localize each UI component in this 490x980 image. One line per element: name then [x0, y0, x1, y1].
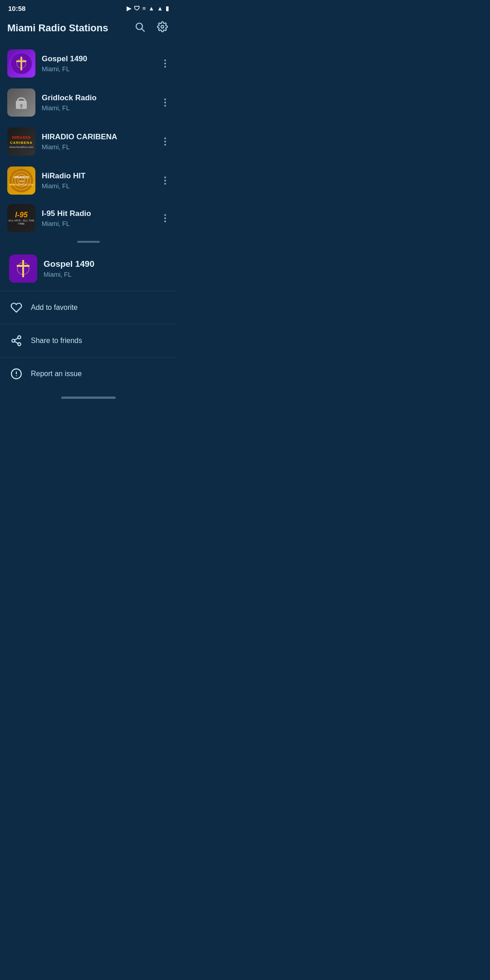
sheet-station-logo: [9, 255, 37, 283]
header: Miami Radio Stations: [0, 15, 177, 44]
add-to-favorite-label: Add to favorite: [31, 304, 78, 312]
drag-handle: [77, 241, 100, 243]
station-name: Gospel 1490: [42, 54, 161, 64]
sheet-station-location: Miami, FL: [44, 271, 94, 278]
station-name: I-95 Hit Radio: [42, 209, 161, 218]
station-logo-gospel-1490: [7, 49, 35, 78]
divider-3: [0, 357, 177, 358]
alert-icon: [10, 368, 23, 380]
adblock-icon: 🛡: [134, 5, 140, 12]
station-item-i95-hit-radio[interactable]: I-95 ALL HITS · ALL THE TIME I-95 Hit Ra…: [0, 200, 177, 236]
bottom-home-indicator: [61, 397, 116, 399]
station-name: Gridlock Radio: [42, 93, 161, 103]
share-to-friends-label: Share to friends: [31, 337, 82, 345]
bottom-nav: [0, 393, 177, 403]
svg-point-2: [161, 25, 164, 28]
sheet-station-name: Gospel 1490: [44, 259, 94, 269]
settings-button[interactable]: [155, 20, 170, 37]
status-bar: 10:58 ▶ 🛡 ≡ ▲ ▲ ▮: [0, 0, 177, 15]
notification-icon: ≡: [142, 5, 146, 12]
signal-icon: ▲: [157, 5, 163, 12]
station-logo-hiradio-caribena: HIRADIO CARIBENA www.hiradios.com: [7, 127, 35, 156]
more-options-hiradio-hit[interactable]: [161, 173, 170, 188]
drag-handle-area: [0, 236, 177, 245]
status-time: 10:58: [8, 5, 25, 12]
share-to-friends-action[interactable]: Share to friends: [0, 326, 177, 355]
sheet-station-details: Gospel 1490 Miami, FL: [44, 259, 94, 278]
more-options-gridlock-radio[interactable]: [161, 95, 170, 110]
station-logo-hiradio-hit: HIRADIOS .com WWW.HIRADIOS.COM: [7, 167, 35, 195]
svg-text:.com: .com: [19, 180, 24, 182]
svg-line-25: [15, 342, 18, 343]
station-info-gospel-1490: Gospel 1490 Miami, FL: [42, 54, 161, 73]
station-list: Gospel 1490 Miami, FL Gridlock Radio Mia…: [0, 44, 177, 236]
sheet-station-info: Gospel 1490 Miami, FL: [0, 248, 177, 289]
station-location: Miami, FL: [42, 220, 161, 227]
battery-icon: ▮: [166, 5, 169, 12]
station-item-gospel-1490[interactable]: Gospel 1490 Miami, FL: [0, 44, 177, 83]
search-button[interactable]: [132, 20, 147, 37]
station-name: HiRadio HIT: [42, 172, 161, 181]
report-an-issue-action[interactable]: Report an issue: [0, 359, 177, 388]
station-info-hiradio-hit: HiRadio HIT Miami, FL: [42, 172, 161, 190]
station-location: Miami, FL: [42, 182, 161, 190]
wifi-icon: ▲: [148, 5, 154, 12]
page-title: Miami Radio Stations: [7, 22, 108, 34]
svg-text:HIRADIOS: HIRADIOS: [13, 176, 29, 179]
station-logo-i95-hit-radio: I-95 ALL HITS · ALL THE TIME: [7, 204, 35, 232]
station-item-hiradio-caribena[interactable]: HIRADIO CARIBENA www.hiradios.com HIRADI…: [0, 122, 177, 161]
station-info-gridlock-radio: Gridlock Radio Miami, FL: [42, 93, 161, 112]
svg-rect-10: [20, 106, 22, 108]
status-icons: ▶ 🛡 ≡ ▲ ▲ ▮: [127, 5, 169, 12]
station-item-hiradio-hit[interactable]: HIRADIOS .com WWW.HIRADIOS.COM HiRadio H…: [0, 161, 177, 200]
station-item-gridlock-radio[interactable]: Gridlock Radio Miami, FL: [0, 83, 177, 122]
svg-line-26: [15, 338, 18, 340]
svg-text:WWW.HIRADIOS.COM: WWW.HIRADIOS.COM: [9, 183, 33, 186]
station-info-i95-hit-radio: I-95 Hit Radio Miami, FL: [42, 209, 161, 227]
station-logo-gridlock-radio: [7, 88, 35, 117]
station-location: Miami, FL: [42, 143, 161, 151]
more-options-gospel-1490[interactable]: [161, 56, 170, 71]
station-location: Miami, FL: [42, 65, 161, 73]
station-info-hiradio-caribena: HIRADIO CARIBENA Miami, FL: [42, 132, 161, 151]
station-name: HIRADIO CARIBENA: [42, 132, 161, 142]
more-options-hiradio-caribena[interactable]: [161, 134, 170, 149]
more-options-i95-hit-radio[interactable]: [161, 211, 170, 226]
station-location: Miami, FL: [42, 104, 161, 112]
heart-icon: [10, 301, 23, 314]
share-icon: [10, 334, 23, 347]
bottom-sheet: Gospel 1490 Miami, FL Add to favorite Sh…: [0, 245, 177, 393]
add-to-favorite-action[interactable]: Add to favorite: [0, 293, 177, 322]
svg-line-1: [142, 29, 145, 32]
divider-2: [0, 324, 177, 324]
divider-1: [0, 291, 177, 291]
report-an-issue-label: Report an issue: [31, 370, 82, 378]
play-status-icon: ▶: [127, 5, 131, 12]
header-actions: [132, 20, 170, 37]
